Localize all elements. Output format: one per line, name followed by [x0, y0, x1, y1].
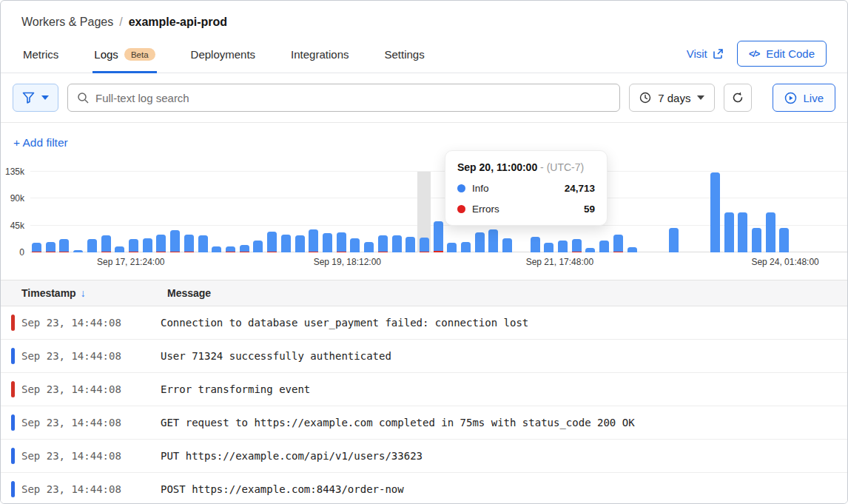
table-row[interactable]: Sep 23, 14:44:08GET request to https://e…: [1, 406, 847, 440]
info-dot-icon: [457, 184, 465, 192]
external-link-icon: [713, 48, 724, 59]
chart-bar[interactable]: [335, 172, 349, 252]
chart-bar[interactable]: [155, 172, 169, 252]
log-timestamp: Sep 23, 14:44:08: [15, 350, 161, 362]
chart-bar[interactable]: [349, 172, 363, 252]
chart-bar[interactable]: [695, 172, 709, 252]
chevron-down-icon: [697, 95, 704, 100]
chart-bar[interactable]: [294, 172, 308, 252]
chart-bar[interactable]: [667, 172, 682, 252]
chart-bar[interactable]: [100, 172, 114, 252]
tooltip-title: Sep 20, 11:00:00 - (UTC-7): [457, 161, 595, 173]
tab-deployments[interactable]: Deployments: [189, 41, 258, 73]
visit-link[interactable]: Visit: [687, 47, 724, 60]
tab-bar: Metrics Logs Beta Deployments Integratio…: [1, 41, 847, 73]
chart-bar[interactable]: [363, 172, 377, 252]
add-filter-button[interactable]: + Add filter: [13, 136, 68, 149]
tab-settings[interactable]: Settings: [383, 41, 425, 73]
log-message: Connection to database user_payment fail…: [161, 317, 528, 329]
chart-bar[interactable]: [252, 172, 266, 252]
edit-code-button[interactable]: </> Edit Code: [737, 41, 827, 67]
chart-bar[interactable]: [72, 172, 86, 252]
chart-bar[interactable]: [612, 172, 626, 252]
error-dot-icon: [457, 205, 465, 213]
breadcrumb: Workers & Pages / example-api-prod: [1, 1, 847, 29]
chart-bar[interactable]: [764, 172, 778, 252]
chart-bar[interactable]: [197, 172, 211, 252]
live-button[interactable]: Live: [773, 84, 835, 112]
log-table: Timestamp ↓ Message Sep 23, 14:44:08Conn…: [1, 280, 847, 504]
page-title: example-api-prod: [129, 16, 227, 29]
chart-bar[interactable]: [806, 172, 820, 252]
chart-bar[interactable]: [391, 172, 405, 252]
table-row[interactable]: Sep 23, 14:44:08Connection to database u…: [1, 306, 847, 340]
chart-bar[interactable]: [709, 172, 723, 252]
chart-bar[interactable]: [183, 172, 197, 252]
chart-plot-area: [30, 172, 847, 252]
x-axis-tick: Sep 21, 17:48:00: [526, 257, 593, 267]
table-row[interactable]: Sep 23, 14:44:08PUT https://example.com/…: [1, 440, 847, 473]
chart-bar[interactable]: [58, 172, 72, 252]
chart-bar[interactable]: [820, 172, 834, 252]
table-row[interactable]: Sep 23, 14:44:08User 71324 successfully …: [1, 340, 847, 373]
clock-icon: [639, 92, 651, 104]
chart-bar[interactable]: [44, 172, 58, 252]
y-axis-tick: 90k: [1, 193, 24, 204]
search-input[interactable]: [95, 92, 610, 104]
add-filter-row: + Add filter: [1, 123, 847, 163]
chart-bar[interactable]: [141, 172, 155, 252]
table-row[interactable]: Sep 23, 14:44:08Error transforming event: [1, 373, 847, 406]
tab-logs[interactable]: Logs Beta: [92, 41, 156, 73]
tooltip-errors-row: Errors 59: [457, 204, 595, 215]
refresh-button[interactable]: [724, 84, 752, 112]
chart-bar[interactable]: [750, 172, 764, 252]
chart-bar[interactable]: [792, 172, 806, 252]
x-axis-tick: Sep 19, 18:12:00: [314, 257, 381, 267]
chart-bar[interactable]: [626, 172, 640, 252]
chart-bar[interactable]: [210, 172, 224, 252]
log-timestamp: Sep 23, 14:44:08: [15, 317, 161, 329]
chart-bar[interactable]: [266, 172, 280, 252]
chart-bar[interactable]: [736, 172, 750, 252]
chart-bar[interactable]: [653, 172, 667, 252]
chart-bar[interactable]: [418, 172, 432, 252]
chart-bar[interactable]: [404, 172, 418, 252]
filter-toolbar: 7 days Live: [1, 73, 847, 123]
search-box: [67, 84, 620, 112]
chart-bar[interactable]: [833, 172, 847, 252]
tab-metrics[interactable]: Metrics: [21, 41, 60, 73]
chart-bar[interactable]: [639, 172, 653, 252]
refresh-icon: [731, 91, 744, 104]
beta-badge: Beta: [124, 48, 155, 61]
chart-bar[interactable]: [169, 172, 183, 252]
chart-bar[interactable]: [377, 172, 391, 252]
table-body: Sep 23, 14:44:08Connection to database u…: [1, 306, 847, 504]
chart-bar[interactable]: [86, 172, 100, 252]
log-volume-chart: 135k90k45k0Sep 17, 21:24:00Sep 19, 18:12…: [1, 164, 847, 274]
x-axis-tick: Sep 17, 21:24:00: [97, 257, 164, 267]
chart-bar[interactable]: [30, 172, 44, 252]
time-range-button[interactable]: 7 days: [629, 84, 715, 112]
tab-integrations[interactable]: Integrations: [289, 41, 350, 73]
chart-bar[interactable]: [432, 172, 446, 252]
sort-descending-icon: ↓: [81, 287, 86, 299]
chart-bar[interactable]: [127, 172, 141, 252]
chart-bar[interactable]: [224, 172, 238, 252]
table-row[interactable]: Sep 23, 14:44:08POST https://example.com…: [1, 473, 847, 504]
breadcrumb-section[interactable]: Workers & Pages: [21, 16, 113, 29]
chart-bar[interactable]: [723, 172, 737, 252]
chart-bar[interactable]: [307, 172, 321, 252]
x-axis-tick: Sep 24, 01:48:00: [751, 257, 818, 267]
tab-actions: Visit </> Edit Code: [687, 41, 827, 73]
y-axis-tick: 45k: [1, 221, 24, 231]
log-timestamp: Sep 23, 14:44:08: [15, 417, 161, 429]
chart-bar[interactable]: [280, 172, 294, 252]
filter-button[interactable]: [13, 84, 58, 112]
chart-bar[interactable]: [778, 172, 792, 252]
chart-bar[interactable]: [113, 172, 127, 252]
chart-bar[interactable]: [238, 172, 252, 252]
log-message: PUT https://example.com/api/v1/users/336…: [161, 450, 423, 462]
chart-bar[interactable]: [681, 172, 695, 252]
chart-bar[interactable]: [321, 172, 335, 252]
column-header-timestamp[interactable]: Timestamp ↓: [1, 287, 167, 299]
